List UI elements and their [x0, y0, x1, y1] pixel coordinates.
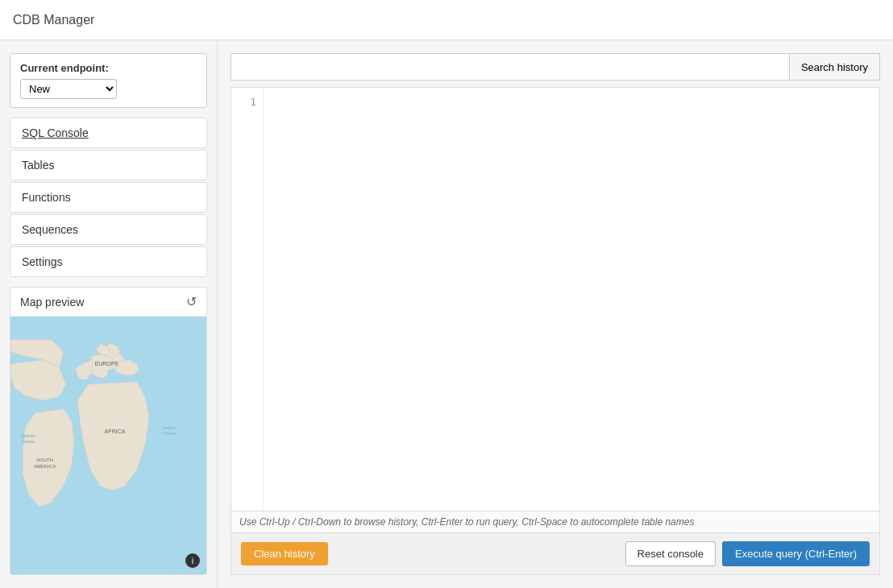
- sql-editor-container: 1 Use Ctrl-Up / Ctrl-Down to browse hist…: [231, 87, 880, 533]
- svg-text:EUROPE: EUROPE: [95, 361, 119, 367]
- search-bar: Search history: [231, 53, 880, 81]
- execute-query-button[interactable]: Execute query (Ctrl-Enter): [722, 541, 870, 566]
- right-actions: Reset console Execute query (Ctrl-Enter): [625, 541, 870, 566]
- topbar: CDB Manager: [0, 0, 893, 40]
- endpoint-label: Current endpoint:: [20, 62, 197, 74]
- reset-console-button[interactable]: Reset console: [625, 541, 716, 566]
- clean-history-button[interactable]: Clean history: [241, 542, 328, 565]
- map-preview-label: Map preview: [20, 296, 84, 308]
- sidebar: Current endpoint: New Production Staging…: [0, 40, 218, 588]
- nav-section: SQL Console Tables Functions Sequences S…: [10, 118, 207, 277]
- svg-text:AFRICA: AFRICA: [105, 429, 126, 435]
- app-title: CDB Manager: [13, 13, 94, 27]
- svg-text:Ocean: Ocean: [163, 431, 176, 436]
- svg-text:SOUTH: SOUTH: [36, 458, 53, 462]
- editor-body: 1: [231, 88, 879, 511]
- endpoint-select[interactable]: New Production Staging: [20, 79, 117, 99]
- endpoint-section: Current endpoint: New Production Staging: [10, 53, 207, 108]
- map-refresh-icon[interactable]: ↺: [186, 294, 197, 309]
- nav-item-tables[interactable]: Tables: [10, 150, 207, 180]
- nav-item-settings[interactable]: Settings: [10, 246, 207, 277]
- svg-text:AMERICA: AMERICA: [34, 464, 57, 469]
- search-history-button[interactable]: Search history: [789, 53, 880, 81]
- main-content: Search history 1 Use Ctrl-Up / Ctrl-Down…: [218, 40, 893, 588]
- map-header: Map preview ↺: [10, 288, 206, 317]
- line-numbers: 1: [231, 88, 264, 511]
- svg-text:Atlantic: Atlantic: [21, 433, 35, 438]
- editor-hint: Use Ctrl-Up / Ctrl-Down to browse histor…: [231, 511, 879, 532]
- svg-text:Indian: Indian: [164, 425, 176, 430]
- svg-text:Ocean: Ocean: [22, 439, 35, 444]
- layout: Current endpoint: New Production Staging…: [0, 40, 893, 588]
- line-number-1: 1: [231, 94, 263, 111]
- action-bar: Clean history Reset console Execute quer…: [231, 533, 880, 575]
- nav-item-sequences[interactable]: Sequences: [10, 214, 207, 245]
- nav-item-sql-console[interactable]: SQL Console: [10, 118, 207, 148]
- nav-item-functions[interactable]: Functions: [10, 182, 207, 213]
- map-body: EUROPE AFRICA SOUTH AMERICA Atlantic Oce…: [10, 317, 206, 574]
- map-info-icon[interactable]: i: [185, 553, 200, 568]
- map-preview-section: Map preview ↺: [10, 287, 207, 575]
- search-input[interactable]: [231, 53, 789, 81]
- sql-editor-textarea[interactable]: [264, 88, 879, 511]
- map-svg: EUROPE AFRICA SOUTH AMERICA Atlantic Oce…: [10, 317, 206, 574]
